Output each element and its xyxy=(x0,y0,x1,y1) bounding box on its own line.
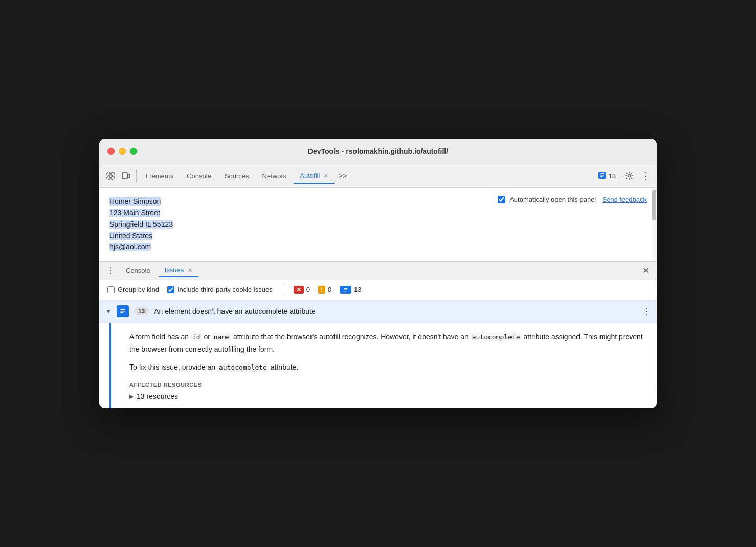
tab-close-icon[interactable]: ✕ xyxy=(324,173,328,179)
info-icon xyxy=(340,286,351,294)
autofill-address: Homer Simpson 123 Main Street Springfiel… xyxy=(109,196,173,253)
third-party-checkbox[interactable] xyxy=(167,286,174,293)
tab-network[interactable]: Network xyxy=(256,169,293,183)
resources-expand-arrow[interactable]: ▶ xyxy=(129,393,134,400)
auto-open-checkbox[interactable] xyxy=(498,196,505,203)
svg-rect-17 xyxy=(120,311,125,312)
bottom-panel: ⋮ Console Issues ✕ ✕ Group by kind xyxy=(99,262,657,408)
issue-options-icon[interactable]: ⋮ xyxy=(641,306,651,317)
svg-rect-13 xyxy=(344,289,347,290)
issue-description-p1: A form field has an id or name attribute… xyxy=(129,331,647,356)
tab-console[interactable]: Console xyxy=(181,169,217,183)
issues-count: 13 xyxy=(609,172,616,180)
scrollbar-thumb xyxy=(652,190,656,220)
more-tabs-button[interactable]: >> xyxy=(336,170,350,182)
error-badge: ✕ 0 xyxy=(294,286,310,294)
bottom-toolbar: ⋮ Console Issues ✕ ✕ xyxy=(99,262,657,280)
svg-rect-4 xyxy=(122,173,127,179)
window-title: DevTools - rsolomakhin.github.io/autofil… xyxy=(308,147,448,155)
devtools-panel: Elements Console Sources Network Autofil… xyxy=(99,165,657,408)
toolbar-right: 13 ⋮ xyxy=(594,169,653,183)
svg-rect-14 xyxy=(344,291,346,291)
issues-filter-bar: Group by kind Include third-party cookie… xyxy=(99,280,657,300)
issues-badge-button[interactable]: 13 xyxy=(594,169,620,183)
svg-rect-3 xyxy=(111,176,114,179)
svg-rect-7 xyxy=(600,173,604,174)
main-toolbar: Elements Console Sources Network Autofil… xyxy=(99,165,657,188)
svg-rect-9 xyxy=(600,176,603,177)
info-badge: 13 xyxy=(340,286,361,294)
warning-badge: ! 0 xyxy=(318,286,331,294)
error-icon: ✕ xyxy=(294,286,304,294)
more-options-icon[interactable]: ⋮ xyxy=(638,169,653,183)
device-icon[interactable] xyxy=(119,169,133,183)
resources-count: 13 resources xyxy=(137,392,178,400)
bottom-toolbar-right: ✕ xyxy=(638,263,653,278)
tab-sources[interactable]: Sources xyxy=(218,169,255,183)
traffic-lights xyxy=(107,148,137,155)
code-autocomplete-1: autocomplete xyxy=(471,333,522,341)
issues-tab-close-icon[interactable]: ✕ xyxy=(188,267,192,274)
issue-count-badge: 13 xyxy=(134,307,149,315)
issue-type-icon xyxy=(117,305,129,317)
autofill-scrollbar[interactable] xyxy=(652,188,657,261)
code-autocomplete-2: autocomplete xyxy=(217,363,269,372)
maximize-button[interactable] xyxy=(130,148,137,155)
address-line-4: United States xyxy=(109,230,173,241)
auto-open-row: Automatically open this panel Send feedb… xyxy=(498,196,647,203)
svg-rect-8 xyxy=(600,175,604,176)
filter-separator xyxy=(283,284,283,295)
svg-rect-16 xyxy=(120,309,125,310)
svg-rect-2 xyxy=(107,176,110,179)
bottom-more-icon[interactable]: ⋮ xyxy=(103,263,118,278)
close-panel-button[interactable]: ✕ xyxy=(638,263,653,278)
toolbar-separator xyxy=(136,170,137,182)
tab-elements[interactable]: Elements xyxy=(140,169,180,183)
settings-icon[interactable] xyxy=(622,169,636,183)
tab-autofill[interactable]: Autofill ✕ xyxy=(294,169,335,184)
tab-console-bottom[interactable]: Console xyxy=(120,265,157,277)
close-button[interactable] xyxy=(107,148,115,155)
issue-row[interactable]: ▼ 13 An element doesn't have an autocomp… xyxy=(99,300,657,323)
svg-rect-1 xyxy=(111,172,114,175)
affected-resources-section: AFFECTED RESOURCES ▶ 13 resources xyxy=(129,382,647,400)
svg-rect-12 xyxy=(344,288,347,289)
svg-point-10 xyxy=(628,175,631,177)
issue-description-p2: To fix this issue, provide an autocomple… xyxy=(129,361,647,374)
issue-expand-arrow[interactable]: ▼ xyxy=(105,308,112,315)
svg-rect-0 xyxy=(107,172,110,175)
cursor-icon[interactable] xyxy=(103,169,118,183)
group-by-kind-label[interactable]: Group by kind xyxy=(107,286,159,293)
group-by-kind-checkbox[interactable] xyxy=(107,286,115,293)
address-line-1: Homer Simpson xyxy=(109,196,173,207)
svg-rect-5 xyxy=(128,174,130,178)
code-id: id xyxy=(191,333,202,341)
send-feedback-link[interactable]: Send feedback xyxy=(602,196,647,203)
address-line-3: Springfield IL 55123 xyxy=(109,219,173,230)
address-line-5: hjs@aol.com xyxy=(109,241,173,253)
tab-issues[interactable]: Issues ✕ xyxy=(159,264,198,277)
svg-rect-18 xyxy=(120,312,123,313)
resources-row[interactable]: ▶ 13 resources xyxy=(129,392,647,400)
autofill-panel: Homer Simpson 123 Main Street Springfiel… xyxy=(99,188,657,262)
titlebar: DevTools - rsolomakhin.github.io/autofil… xyxy=(99,139,657,165)
issues-icon xyxy=(598,171,606,181)
auto-open-label: Automatically open this panel xyxy=(509,196,596,203)
issue-detail: A form field has an id or name attribute… xyxy=(109,323,657,408)
issue-title: An element doesn't have an autocomplete … xyxy=(154,307,636,315)
third-party-label[interactable]: Include third-party cookie issues xyxy=(167,286,273,293)
warning-icon: ! xyxy=(318,286,325,294)
minimize-button[interactable] xyxy=(119,148,126,155)
affected-resources-label: AFFECTED RESOURCES xyxy=(129,382,647,388)
code-name: name xyxy=(212,333,231,341)
address-line-2: 123 Main Street xyxy=(109,207,173,218)
